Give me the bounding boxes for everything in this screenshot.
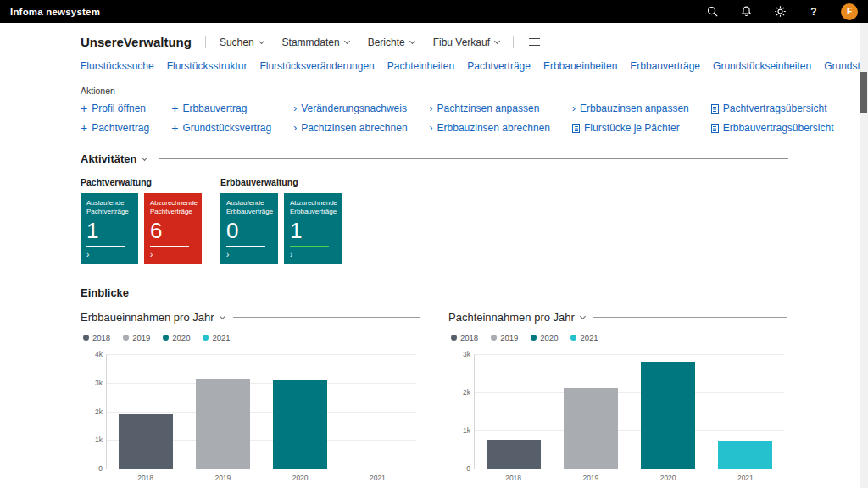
legend-dot xyxy=(451,335,457,341)
settings-gear-icon[interactable] xyxy=(773,5,787,19)
chart-legend: 2018201920202021 xyxy=(83,333,420,342)
action-label: Erbbauzinsen abrechnen xyxy=(437,122,550,134)
legend-label: 2020 xyxy=(172,333,190,342)
bar-chart-plot: 01k2k3k2018201920202021 xyxy=(474,354,784,469)
report-icon xyxy=(572,124,580,133)
legend-item-2019[interactable]: 2019 xyxy=(491,333,518,342)
legend-item-2018[interactable]: 2018 xyxy=(83,333,110,342)
action-erbbauzinsen-abrechnen[interactable]: ›Erbbauzinsen abrechnen xyxy=(430,122,550,134)
chart-title-dropdown[interactable]: Pachteinnahmen pro Jahr xyxy=(448,311,585,324)
x-axis-label: 2020 xyxy=(292,474,309,482)
legend-label: 2019 xyxy=(500,333,518,342)
chevron-down-icon xyxy=(220,313,225,319)
menu-berichte[interactable]: Berichte xyxy=(368,36,415,48)
chart-title-dropdown[interactable]: Erbbaueinnahmen pro Jahr xyxy=(81,311,225,324)
menu-stammdaten[interactable]: Stammdaten xyxy=(282,36,349,48)
gridline xyxy=(107,469,416,469)
x-axis-label: 2020 xyxy=(660,474,676,482)
vertical-scrollbar[interactable] xyxy=(860,23,868,488)
legend-dot xyxy=(531,335,537,341)
bar-slot-2020: 2020 xyxy=(630,354,707,469)
help-icon[interactable]: ? xyxy=(807,5,821,19)
y-axis-tick: 0 xyxy=(81,464,103,473)
chevron-down-icon xyxy=(409,37,415,43)
bar-2020[interactable] xyxy=(273,380,327,469)
legend-dot xyxy=(83,335,89,341)
nav-link-erbbaueinheiten[interactable]: Erbbaueinheiten xyxy=(543,60,617,72)
nav-link-pachtvertrage[interactable]: Pachtverträge xyxy=(467,60,531,72)
nav-link-flurstuckssuche[interactable]: Flurstückssuche xyxy=(81,60,154,72)
bar-slot-2019: 2019 xyxy=(552,354,629,469)
tile-arrow-icon: › xyxy=(150,251,196,259)
action-veranderungsnachweis[interactable]: ›Veränderungsnachweis xyxy=(293,103,407,114)
menu-label: Berichte xyxy=(368,36,405,48)
action-grundstucksvertrag[interactable]: +Grundstücksvertrag xyxy=(171,122,271,134)
tile-abzurechnende-erbbauvertrage[interactable]: Abzurechnende Erbbauverträge1› xyxy=(284,193,342,264)
action-profil-offnen[interactable]: +Profil öffnen xyxy=(81,103,149,114)
action-erbbauzinsen-anpassen[interactable]: ›Erbbauzinsen anpassen xyxy=(572,103,689,114)
legend-item-2020[interactable]: 2020 xyxy=(163,333,190,342)
hamburger-menu-icon[interactable] xyxy=(529,38,540,47)
activities-title[interactable]: Aktivitäten xyxy=(81,152,147,165)
x-axis-label: 2021 xyxy=(737,474,754,482)
legend-item-2021[interactable]: 2021 xyxy=(570,333,598,342)
bar-2018[interactable] xyxy=(119,414,173,469)
scrollbar-thumb[interactable] xyxy=(860,72,867,113)
insights-title: Einblicke xyxy=(81,286,788,299)
tile-auslaufende-pachtvertrage[interactable]: Auslaufende Pachtverträge1› xyxy=(81,193,138,264)
action-flurstucke-je-pachter[interactable]: Flurstücke je Pächter xyxy=(572,122,689,134)
nav-link-flurstucksstruktur[interactable]: Flurstücksstruktur xyxy=(167,60,248,72)
y-axis-tick: 3k xyxy=(81,379,103,387)
action-erbbauvertrag[interactable]: +Erbbauvertrag xyxy=(171,103,271,114)
chevron-down-icon xyxy=(344,37,350,43)
chevron-right-icon: › xyxy=(430,124,433,132)
legend-item-2021[interactable]: 2021 xyxy=(203,333,230,342)
legend-label: 2021 xyxy=(580,333,598,342)
legend-item-2019[interactable]: 2019 xyxy=(123,333,150,342)
chevron-down-icon xyxy=(494,37,500,43)
action-erbbauvertragsubersicht[interactable]: Erbbauvertragsübersicht xyxy=(711,122,834,134)
action-label: Pachtzinsen anpassen xyxy=(437,103,540,114)
nav-link-flurstucksveranderungen[interactable]: Flurstücksveränderungen xyxy=(259,60,374,72)
tile-underline xyxy=(150,246,189,247)
tile-abzurechnende-pachtvertrage[interactable]: Abzurechnende Pachtverträge6› xyxy=(144,193,202,264)
action-label: Pachtvertragsübersicht xyxy=(723,103,827,114)
bar-2020[interactable] xyxy=(641,362,695,469)
action-pachtvertragsubersicht[interactable]: Pachtvertragsübersicht xyxy=(711,103,834,114)
tile-auslaufende-erbbauvertrage[interactable]: Auslaufende Erbbauverträge0› xyxy=(220,193,278,264)
legend-item-2020[interactable]: 2020 xyxy=(531,333,558,342)
action-label: Erbbauvertrag xyxy=(182,103,247,114)
action-label: Erbbauvertragsübersicht xyxy=(723,122,834,134)
x-axis-label: 2019 xyxy=(214,474,231,482)
notifications-bell-icon[interactable] xyxy=(739,5,753,19)
menu-label: Stammdaten xyxy=(282,36,340,48)
bar-2019[interactable] xyxy=(196,379,250,469)
report-icon xyxy=(711,104,719,114)
company-title[interactable]: UnsereVerwaltung xyxy=(81,35,192,49)
chevron-right-icon: › xyxy=(293,104,297,113)
nav-link-pachteinheiten[interactable]: Pachteinheiten xyxy=(387,60,454,72)
bar-2019[interactable] xyxy=(564,388,618,469)
y-axis-tick: 3k xyxy=(449,350,470,358)
plus-icon: + xyxy=(171,104,178,113)
nav-link-grundstuckseinheiten[interactable]: Grundstückseinheiten xyxy=(713,60,811,72)
x-axis-label: 2021 xyxy=(370,474,386,482)
legend-item-2018[interactable]: 2018 xyxy=(451,333,478,342)
nav-link-erbbauvertrage[interactable]: Erbbauverträge xyxy=(630,60,700,72)
action-pachtzinsen-abrechnen[interactable]: ›Pachtzinsen abrechnen xyxy=(293,122,407,134)
menu-fibu-verkauf[interactable]: Fibu Verkauf xyxy=(433,36,499,48)
chart-legend: 2018201920202021 xyxy=(451,333,787,342)
action-pachtvertrag[interactable]: +Pachtvertrag xyxy=(81,122,149,134)
bar-slot-2018: 2018 xyxy=(475,354,552,469)
gridline xyxy=(475,469,784,469)
top-menus: SuchenStammdatenBerichteFibu Verkauf xyxy=(220,36,499,48)
menu-suchen[interactable]: Suchen xyxy=(220,36,264,48)
legend-dot xyxy=(491,335,497,341)
chart-head: Pachteinnahmen pro Jahr xyxy=(448,311,787,324)
search-icon[interactable] xyxy=(705,5,719,19)
action-pachtzinsen-anpassen[interactable]: ›Pachtzinsen anpassen xyxy=(430,103,550,114)
avatar[interactable]: F xyxy=(841,3,858,20)
bar-2021[interactable] xyxy=(718,441,772,469)
chart-rule xyxy=(233,317,420,318)
bar-2018[interactable] xyxy=(487,440,541,469)
